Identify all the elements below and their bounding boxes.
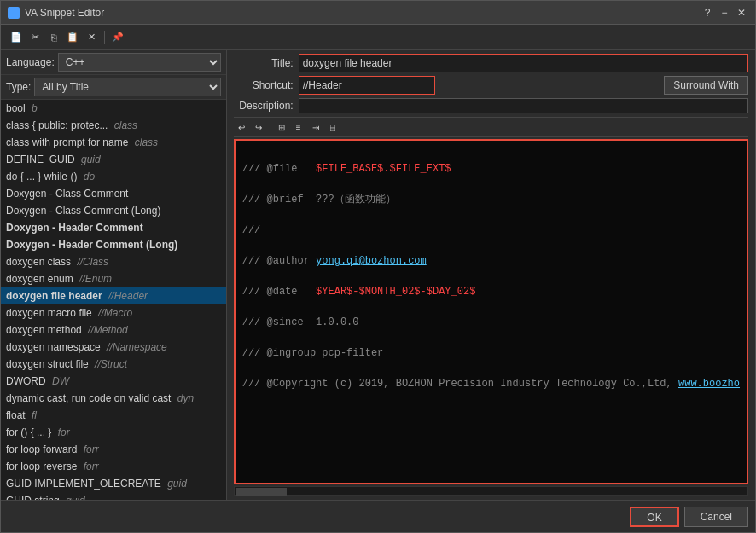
- shortcut-form-row: Shortcut: Surround With: [234, 76, 748, 95]
- list-item[interactable]: DWORD DW: [1, 373, 226, 390]
- pin-button[interactable]: 📌: [109, 29, 126, 46]
- code-line: /// @file $FILE_BASE$.$FILE_EXT$: [242, 161, 740, 177]
- ok-button[interactable]: OK: [630, 507, 678, 527]
- list-item[interactable]: Doxygen - Header Comment (Long): [1, 236, 226, 253]
- language-row: Language: C++: [1, 50, 226, 75]
- list-item[interactable]: float fl: [1, 407, 226, 424]
- help-button[interactable]: ?: [701, 6, 714, 20]
- cut-button[interactable]: ✂: [26, 29, 44, 46]
- left-panel: Language: C++ Type: All by Title bool b …: [1, 50, 227, 500]
- list-item-selected[interactable]: doxygen file header //Header: [1, 287, 226, 304]
- align-button[interactable]: ⌸: [325, 119, 340, 135]
- title-bar: VA Snippet Editor ? − ✕: [1, 1, 755, 25]
- footer: OK Cancel: [1, 500, 755, 532]
- dialog: VA Snippet Editor ? − ✕ 📄 ✂ ⎘ 📋 ✕ 📌 Lang…: [0, 0, 756, 533]
- format-button[interactable]: ≡: [291, 119, 306, 135]
- title-label: Title:: [234, 57, 294, 69]
- list-item[interactable]: doxygen enum //Enum: [1, 270, 226, 287]
- cancel-button[interactable]: Cancel: [684, 507, 748, 527]
- list-item[interactable]: GUID string guid: [1, 492, 226, 500]
- code-line: /// @Copyright (c) 2019, BOZHON Precisio…: [242, 376, 740, 391]
- list-item[interactable]: bool b: [1, 100, 226, 117]
- list-item[interactable]: doxygen class //Class: [1, 253, 226, 270]
- indent-button[interactable]: ⇥: [308, 119, 323, 135]
- horizontal-scrollbar[interactable]: [234, 486, 748, 496]
- window-title: VA Snippet Editor: [25, 7, 104, 19]
- language-select[interactable]: C++: [58, 53, 221, 72]
- code-line: /// @ingroup pcp-filter: [242, 345, 740, 361]
- list-item[interactable]: Doxygen - Header Comment: [1, 219, 226, 236]
- code-line: /// @date $YEAR$-$MONTH_02$-$DAY_02$: [242, 284, 740, 299]
- undo-button[interactable]: ↩: [234, 119, 249, 135]
- toolbar-separator: [104, 31, 105, 44]
- surround-with-button[interactable]: Surround With: [664, 76, 748, 95]
- type-row: Type: All by Title: [1, 75, 226, 100]
- list-item[interactable]: DEFINE_GUID guid: [1, 151, 226, 168]
- list-item[interactable]: doxygen macro file //Macro: [1, 304, 226, 322]
- type-label: Type:: [6, 81, 31, 93]
- minimize-button[interactable]: −: [718, 6, 731, 20]
- list-item[interactable]: doxygen method //Method: [1, 322, 226, 339]
- title-bar-controls: ? − ✕: [701, 6, 748, 20]
- delete-button[interactable]: ✕: [83, 29, 100, 46]
- code-line: /// @brief ???（函数功能）: [242, 192, 740, 207]
- scrollbar-thumb[interactable]: [236, 488, 287, 496]
- shortcut-input[interactable]: [299, 76, 435, 95]
- title-bar-left: VA Snippet Editor: [8, 7, 104, 19]
- list-item[interactable]: Doxygen - Class Comment: [1, 185, 226, 202]
- list-item[interactable]: Doxygen - Class Comment (Long): [1, 202, 226, 219]
- copy-button[interactable]: ⎘: [45, 29, 62, 46]
- code-line: /// @author yong.qi@bozhon.com: [242, 253, 740, 269]
- redo-button[interactable]: ↪: [251, 119, 266, 135]
- editor-sep: [270, 121, 270, 133]
- type-select[interactable]: All by Title: [34, 78, 220, 96]
- language-label: Language:: [6, 56, 55, 68]
- description-label: Description:: [234, 98, 294, 112]
- code-line: ///: [242, 223, 740, 238]
- toolbar: 📄 ✂ ⎘ 📋 ✕ 📌: [1, 25, 755, 50]
- new-button[interactable]: 📄: [8, 29, 25, 46]
- code-content: /// @file $FILE_BASE$.$FILE_EXT$ /// @br…: [236, 141, 747, 427]
- list-item[interactable]: for loop forward forr: [1, 441, 226, 458]
- description-form-row: Description:: [234, 98, 748, 113]
- close-button[interactable]: ✕: [735, 6, 748, 20]
- description-input[interactable]: [299, 98, 748, 113]
- list-item[interactable]: for loop reverse forr: [1, 458, 226, 475]
- title-input[interactable]: [299, 54, 748, 72]
- list-item[interactable]: GUID IMPLEMENT_OLECREATE guid: [1, 475, 226, 492]
- code-line: /// @since 1.0.0.0: [242, 315, 740, 330]
- snippet-list[interactable]: bool b class { public: protec... class c…: [1, 100, 226, 500]
- editor-toolbar: ↩ ↪ ⊞ ≡ ⇥ ⌸: [234, 117, 748, 137]
- list-item[interactable]: class { public: protec... class: [1, 117, 226, 134]
- title-form-row: Title:: [234, 54, 748, 72]
- list-item[interactable]: doxygen struct file //Struct: [1, 356, 226, 373]
- shortcut-label: Shortcut:: [234, 79, 294, 91]
- app-icon: [8, 7, 20, 19]
- list-item[interactable]: do { ... } while () do: [1, 168, 226, 185]
- right-panel: Title: Shortcut: Surround With Descripti…: [227, 50, 755, 500]
- list-item[interactable]: dynamic cast, run code on valid cast dyn: [1, 390, 226, 407]
- list-item[interactable]: doxygen namespace //Namespace: [1, 339, 226, 356]
- insert-var-button[interactable]: ⊞: [274, 119, 289, 135]
- list-item[interactable]: for () { ... } for: [1, 424, 226, 441]
- code-editor[interactable]: /// @file $FILE_BASE$.$FILE_EXT$ /// @br…: [234, 139, 748, 484]
- main-content: Language: C++ Type: All by Title bool b …: [1, 50, 755, 500]
- list-item[interactable]: class with prompt for name class: [1, 134, 226, 151]
- paste-button[interactable]: 📋: [64, 29, 81, 46]
